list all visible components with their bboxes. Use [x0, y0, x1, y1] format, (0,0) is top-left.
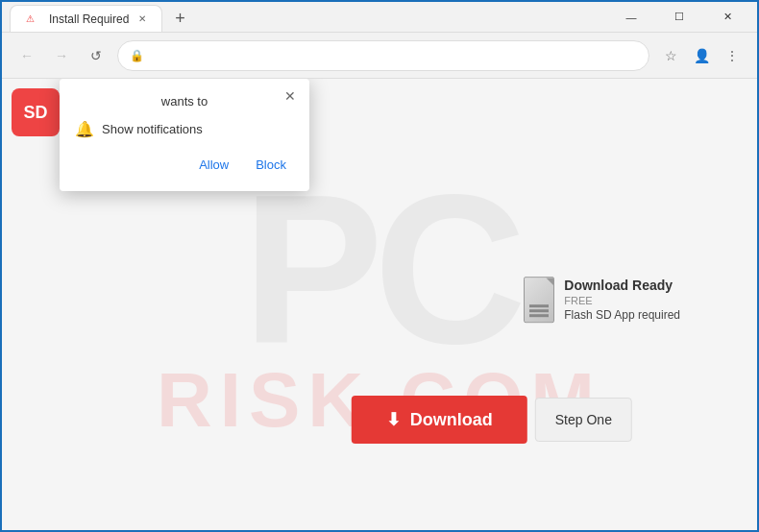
step-one-button[interactable]: Step One: [535, 398, 632, 442]
title-bar: ⚠ Install Required ✕ + — ☐ ✕: [2, 2, 757, 33]
tab-bar: ⚠ Install Required ✕ +: [10, 2, 609, 32]
new-tab-button[interactable]: +: [166, 5, 193, 32]
refresh-button[interactable]: ↺: [83, 42, 110, 69]
popup-notification-row: 🔔 Show notifications: [75, 120, 294, 138]
download-area: ⬇ Download Step One: [352, 396, 632, 444]
webpage: PC RISK.COM SD Download Ready FREE Flash…: [2, 79, 757, 530]
account-button[interactable]: 👤: [688, 42, 715, 69]
tab-close-button[interactable]: ✕: [135, 12, 150, 27]
bell-icon: 🔔: [75, 120, 94, 138]
browser-content: PC RISK.COM SD Download Ready FREE Flash…: [2, 79, 757, 530]
download-free-label: FREE: [564, 295, 680, 306]
close-button[interactable]: ✕: [705, 2, 749, 33]
download-info: Download Ready FREE Flash SD App require…: [564, 278, 680, 322]
maximize-button[interactable]: ☐: [657, 2, 701, 33]
browser-window: ⚠ Install Required ✕ + — ☐ ✕ ← → ↺ 🔒 ☆ 👤…: [0, 0, 759, 532]
file-icon-bar-2: [529, 309, 549, 312]
block-button[interactable]: Block: [248, 154, 294, 176]
popup-actions: Allow Block: [75, 154, 294, 176]
file-icon-bar-1: [529, 304, 549, 307]
download-requirement: Flash SD App required: [564, 308, 680, 322]
download-label: Download: [410, 410, 493, 430]
window-controls: — ☐ ✕: [609, 2, 749, 33]
download-icon: ⬇: [386, 409, 401, 430]
tab-favicon: ⚠: [22, 12, 37, 27]
site-logo: SD: [12, 88, 60, 136]
file-icon: [524, 277, 554, 323]
popup-title: wants to: [75, 94, 294, 109]
menu-button[interactable]: ⋮: [719, 42, 746, 69]
allow-button[interactable]: Allow: [191, 154, 236, 176]
notification-popup: ✕ wants to 🔔 Show notifications Allow Bl…: [60, 79, 309, 191]
minimize-button[interactable]: —: [609, 2, 653, 33]
download-card: Download Ready FREE Flash SD App require…: [524, 277, 680, 323]
popup-notification-text: Show notifications: [102, 122, 203, 136]
url-box[interactable]: 🔒: [117, 40, 649, 71]
lock-icon: 🔒: [130, 49, 144, 62]
popup-close-button[interactable]: ✕: [281, 86, 300, 106]
forward-button[interactable]: →: [48, 42, 75, 69]
back-button[interactable]: ←: [13, 42, 40, 69]
bookmark-button[interactable]: ☆: [657, 42, 684, 69]
download-button[interactable]: ⬇ Download: [352, 396, 527, 444]
address-bar: ← → ↺ 🔒 ☆ 👤 ⋮: [2, 33, 757, 79]
tab-label: Install Required: [49, 12, 129, 26]
file-icon-bar-3: [529, 314, 549, 317]
active-tab[interactable]: ⚠ Install Required ✕: [10, 5, 162, 32]
watermark-pc-text: PC: [242, 164, 517, 375]
address-actions: ☆ 👤 ⋮: [657, 42, 746, 69]
download-ready-title: Download Ready: [564, 278, 680, 293]
